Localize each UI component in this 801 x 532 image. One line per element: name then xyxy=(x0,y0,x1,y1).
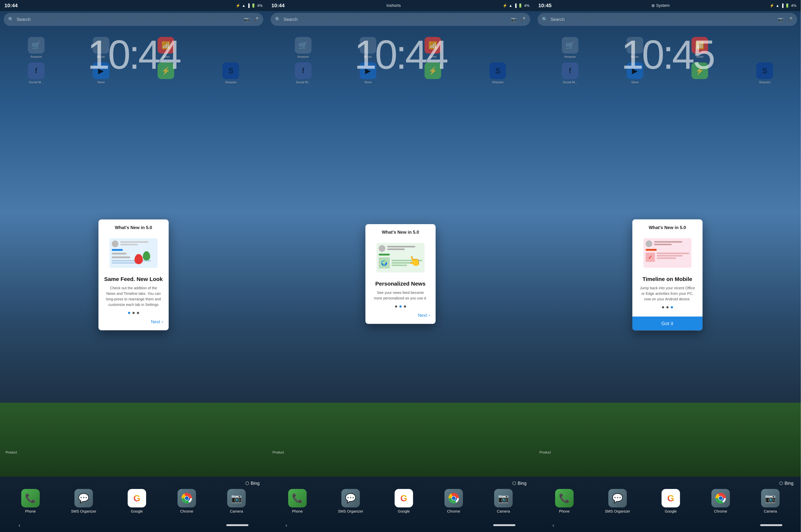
dock-sms-2[interactable]: 💬 SMS Organizer xyxy=(338,489,363,514)
modal-heading-1: Same Feed. New Look xyxy=(104,276,163,282)
nav-pill-1 xyxy=(226,524,248,526)
sms-label-3: SMS Organizer xyxy=(605,509,630,514)
phone-icon-2: 📞 xyxy=(288,489,307,508)
phone-panel-1: 10:44 ⚡ ▲ ▐ 🔋 4% 🔍 Search 📷 🎤 10:44 🛒 Am… xyxy=(0,0,267,532)
dock-google-3[interactable]: G Google xyxy=(662,489,680,514)
search-icon-2: 🔍 xyxy=(275,17,281,22)
google-icon-2: G xyxy=(395,489,413,508)
battery-percent-1: 4% xyxy=(257,3,263,8)
modal-content-2: What's New in 5.0 🌍 xyxy=(365,224,436,324)
signal-icon-3: ▐ xyxy=(781,3,783,8)
modal-content-3: What's New in 5.0 ✓ xyxy=(632,220,703,317)
dock-sms-1[interactable]: 💬 SMS Organizer xyxy=(71,489,96,514)
google-icon-3: G xyxy=(662,489,680,508)
chrome-label-1: Chrome xyxy=(180,509,193,514)
search-bar-1[interactable]: 🔍 Search 📷 🎤 xyxy=(4,13,263,26)
dock-phone-2[interactable]: 📞 Phone xyxy=(288,489,307,514)
search-right-icons-3: 📷 🎤 xyxy=(778,17,793,22)
product-label-2: Product xyxy=(272,451,284,454)
got-it-button[interactable]: Got it xyxy=(632,317,703,330)
dot-2-3 xyxy=(404,305,406,307)
back-chevron-1[interactable]: ‹ xyxy=(18,522,20,528)
bing-text-1: Bing xyxy=(251,481,260,486)
search-bar-3[interactable]: 🔍 Search 📷 🎤 xyxy=(538,13,797,26)
card-accent-2 xyxy=(379,254,390,255)
dock-3: 📞 Phone 💬 SMS Organizer G Google xyxy=(534,489,801,514)
voice-search-icon: 🎤 xyxy=(253,17,259,22)
camera-label-1: Camera xyxy=(230,509,243,514)
card-avatar-3 xyxy=(646,241,652,247)
dock-chrome-3[interactable]: Chrome xyxy=(711,489,730,514)
next-btn-1[interactable]: Next › xyxy=(104,318,163,326)
dock-google-1[interactable]: G Google xyxy=(128,489,146,514)
dot-2-1 xyxy=(395,305,397,307)
battery-icon-2: 🔋 xyxy=(518,3,522,8)
google-label-3: Google xyxy=(665,509,677,514)
dock-chrome-2[interactable]: Chrome xyxy=(444,489,463,514)
next-btn-2[interactable]: Next › xyxy=(371,311,430,319)
dot-1-2 xyxy=(132,312,135,314)
camera-search-icon: 📷 xyxy=(244,17,250,22)
dock-phone-1[interactable]: 📞 Phone xyxy=(21,489,40,514)
nav-bar-3: ‹ xyxy=(534,522,801,528)
wifi-icon: ▲ xyxy=(242,3,246,8)
status-icons-1: ⚡ ▲ ▐ 🔋 4% xyxy=(236,3,263,8)
phone-label-1: Phone xyxy=(25,509,36,514)
phone-panel-2: 10:44 inshorts ⚡ ▲ ▐ 🔋 4% 🔍 Search 📷 🎤 1… xyxy=(267,0,534,532)
back-chevron-3[interactable]: ‹ xyxy=(552,522,554,528)
dock-camera-3[interactable]: 📷 Camera xyxy=(761,489,780,514)
bing-bar-1: ⬡ Bing xyxy=(245,481,260,486)
search-bar-2[interactable]: 🔍 Search 📷 🎤 xyxy=(271,13,530,26)
bing-text-2: Bing xyxy=(518,481,527,486)
phone-label-2: Phone xyxy=(292,509,303,514)
phone-icon-1: 📞 xyxy=(21,489,40,508)
bing-bar-3: ⬡ Bing xyxy=(779,481,794,486)
back-chevron-2[interactable]: ‹ xyxy=(285,522,287,528)
bing-icon-2: ⬡ xyxy=(512,481,516,486)
dots-row-1 xyxy=(104,312,163,314)
sms-icon-1: 💬 xyxy=(74,489,93,508)
modal-body-2: See your news feed become more personali… xyxy=(371,290,430,301)
voice-search-icon-2: 🎤 xyxy=(520,17,526,22)
search-icon-1: 🔍 xyxy=(8,17,14,22)
modal-title-3: What's New in 5.0 xyxy=(638,225,697,230)
dock-camera-1[interactable]: 📷 Camera xyxy=(227,489,246,514)
modal-illustration-3: ✓ xyxy=(638,234,697,271)
status-time-1: 10:44 xyxy=(4,3,18,8)
modal-illustration-1 xyxy=(104,234,163,271)
phone-panel-3: 10:45 ⊞ System ⚡ ▲ ▐ 🔋 4% 🔍 Search 📷 🎤 1… xyxy=(534,0,801,532)
chrome-label-2: Chrome xyxy=(447,509,460,514)
next-chevron-2: › xyxy=(428,313,430,318)
dock-sms-3[interactable]: 💬 SMS Organizer xyxy=(605,489,630,514)
dock-chrome-1[interactable]: Chrome xyxy=(177,489,196,514)
card-accent-3 xyxy=(646,249,657,251)
next-chevron-1: › xyxy=(161,319,163,324)
chrome-icon-3 xyxy=(711,489,730,508)
clock-display-3: 10:45 xyxy=(534,32,801,78)
dock-2: 📞 Phone 💬 SMS Organizer G Google xyxy=(267,489,534,514)
sms-icon-2: 💬 xyxy=(341,489,360,508)
dock-google-2[interactable]: G Google xyxy=(395,489,413,514)
signal-icon-2: ▐ xyxy=(514,3,516,8)
search-placeholder-3: Search xyxy=(551,17,775,22)
chrome-label-3: Chrome xyxy=(714,509,727,514)
chrome-icon-1 xyxy=(177,489,196,508)
nav-bar-1: ‹ xyxy=(0,522,267,528)
modal-content-1: What's New in 5.0 xyxy=(98,220,169,330)
dock-camera-2[interactable]: 📷 Camera xyxy=(494,489,513,514)
battery-icon: 🔋 xyxy=(251,3,256,8)
wifi-icon-2: ▲ xyxy=(509,3,512,8)
search-placeholder-1: Search xyxy=(17,17,241,22)
modal-2: What's New in 5.0 🌍 xyxy=(365,224,436,324)
sms-icon-3: 💬 xyxy=(608,489,627,508)
search-icon-3: 🔍 xyxy=(542,17,548,22)
modal-body-1: Check out the addition of the News and T… xyxy=(104,285,163,307)
bluetooth-icon-3: ⚡ xyxy=(769,3,774,8)
search-right-icons-1: 📷 🎤 xyxy=(244,17,259,22)
dock-phone-3[interactable]: 📞 Phone xyxy=(555,489,574,514)
status-app-3: System xyxy=(656,3,670,8)
dots-row-2 xyxy=(371,305,430,307)
search-right-icons-2: 📷 🎤 xyxy=(511,17,526,22)
dot-3-2 xyxy=(666,306,669,308)
dot-1-3 xyxy=(137,312,139,314)
